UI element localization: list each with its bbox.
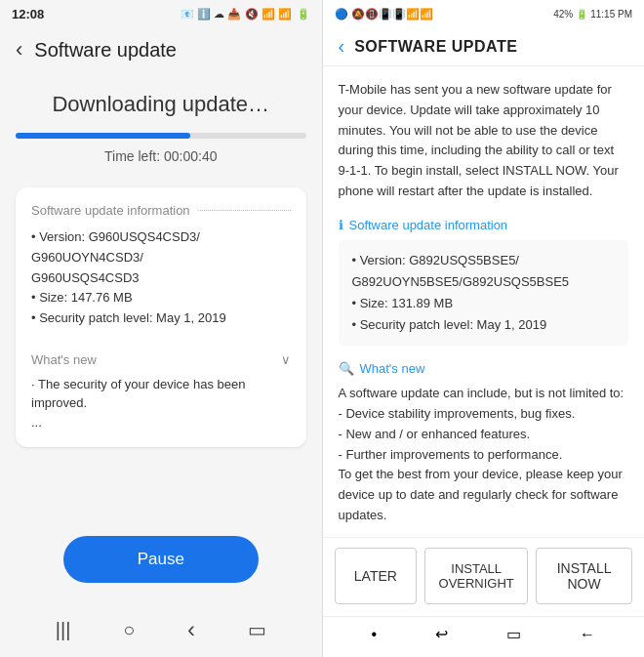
home-nav-icon[interactable]: ○ [123, 619, 135, 641]
dot-nav-icon: • [371, 626, 377, 643]
status-icons-left: 📧 ℹ️ ☁ 📥 🔇 📶 📶 🔋 [181, 8, 309, 21]
whats-new-section: What's new ∨ · The security of your devi… [31, 343, 291, 432]
home-nav-right-icon[interactable]: ▭ [506, 625, 521, 643]
recent-nav-right-icon[interactable]: ← [580, 626, 595, 643]
right-content: T-Mobile has sent you a new software upd… [323, 66, 645, 537]
signal-icons: 🔇 📶 📶 [245, 8, 292, 21]
bottom-buttons: LATER INSTALL OVERNIGHT INSTALL NOW [323, 537, 645, 616]
nav-bar-right: • ↩ ▭ ← [323, 616, 645, 657]
right-status-left-icons: 🔵 🔕📵📳📳📶📶 [335, 8, 433, 21]
pause-button[interactable]: Pause [63, 536, 259, 583]
battery-percent: 42% [553, 9, 573, 20]
pause-btn-area: Pause [0, 513, 322, 606]
install-now-button[interactable]: INSTALL NOW [536, 548, 632, 604]
whats-new-icon: 🔍 [339, 361, 354, 376]
battery-icon-left: 🔋 [297, 8, 310, 21]
right-status-right-icons: 42% 🔋 11:15 PM [553, 9, 632, 20]
left-content: Downloading update… Time left: 00:00:40 … [0, 72, 322, 513]
header-left: ‹ Software update [0, 27, 322, 72]
back-button-left[interactable]: ‹ [16, 37, 22, 62]
whats-new-text: · The security of your device has been i… [31, 375, 291, 432]
battery-icon-right: 🔋 [576, 9, 587, 20]
update-version: • Version: G892USQS5BSE5/ G892UOYN5BSE5/… [352, 250, 616, 293]
security-patch-info: • Security patch level: May 1, 2019 [31, 308, 291, 329]
signal-icons-right: 🔕📵📳📳📶📶 [351, 8, 433, 20]
menu-nav-icon[interactable]: ||| [56, 619, 71, 641]
update-info-box: • Version: G892USQS5BSE5/ G892UOYN5BSE5/… [339, 240, 629, 346]
page-title-right: SOFTWARE UPDATE [354, 38, 517, 56]
later-button[interactable]: LATER [335, 548, 418, 604]
left-panel: 12:08 📧 ℹ️ ☁ 📥 🔇 📶 📶 🔋 ‹ Software update… [0, 0, 322, 657]
status-bar-right: 🔵 🔕📵📳📳📶📶 42% 🔋 11:15 PM [323, 0, 645, 27]
back-nav-right-icon[interactable]: ↩ [435, 625, 448, 643]
page-title-left: Software update [34, 39, 177, 62]
header-right: ‹ SOFTWARE UPDATE [323, 27, 645, 66]
info-card-body: • Version: G960USQS4CSD3/ G960UOYN4CSD3/… [31, 227, 291, 329]
time-right: 11:15 PM [590, 9, 632, 20]
recents-nav-icon[interactable]: ▭ [248, 618, 266, 641]
progress-bar-fill [16, 133, 190, 139]
whats-new-right-text: A software update can include, but is no… [339, 384, 629, 526]
status-bar-left: 12:08 📧 ℹ️ ☁ 📥 🔇 📶 📶 🔋 [0, 0, 322, 27]
version-info: • Version: G960USQS4CSD3/ G960UOYN4CSD3/… [31, 227, 291, 288]
dotted-line [198, 210, 291, 211]
main-description: T-Mobile has sent you a new software upd… [339, 80, 629, 202]
size-info: • Size: 147.76 MB [31, 288, 291, 308]
whats-new-label-right: 🔍 What's new [339, 361, 629, 376]
time-left-label: Time left: 00:00:40 [104, 148, 217, 164]
install-overnight-button[interactable]: INSTALL OVERNIGHT [424, 548, 528, 604]
back-nav-icon[interactable]: ‹ [187, 616, 195, 643]
notification-icons: 📧 ℹ️ ☁ 📥 [181, 8, 241, 21]
whats-new-header: What's new ∨ [31, 352, 291, 367]
downloading-label: Downloading update… [52, 92, 269, 117]
right-panel: 🔵 🔕📵📳📳📶📶 42% 🔋 11:15 PM ‹ SOFTWARE UPDAT… [323, 0, 645, 657]
software-info-label: ℹ Software update information [339, 218, 629, 232]
nav-bar-left: ||| ○ ‹ ▭ [0, 606, 322, 657]
chevron-down-icon[interactable]: ∨ [281, 352, 291, 367]
info-card: Software update information • Version: G… [16, 187, 306, 447]
info-section-icon: ℹ [339, 218, 343, 232]
bt-icon: 🔵 [335, 8, 348, 20]
progress-bar-container [16, 133, 306, 139]
info-card-title: Software update information [31, 203, 291, 218]
back-button-right[interactable]: ‹ [339, 35, 345, 58]
time-left: 12:08 [12, 7, 44, 21]
update-security-patch: • Security patch level: May 1, 2019 [352, 314, 616, 336]
update-size: • Size: 131.89 MB [352, 293, 616, 314]
